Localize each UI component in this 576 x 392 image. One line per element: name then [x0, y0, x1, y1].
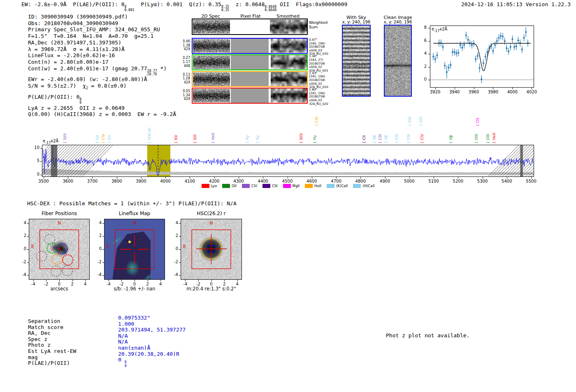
- inset-ytick-label: 2: [415, 64, 427, 69]
- spectral-line-marker: { OIII: [419, 116, 423, 126]
- text-segment: OII Flags:0x00000009: [276, 1, 347, 7]
- cutout-ytick-label: 2: [14, 233, 26, 238]
- clean-image-subtitle: x, y: 240, 196: [384, 20, 412, 24]
- spectral-line-marker: { CII: [362, 135, 367, 144]
- cutout-ytick-mark: [102, 223, 104, 224]
- legend-item: OII: [222, 184, 237, 188]
- spectrum-ytick-mark: [40, 175, 42, 175]
- sup-sub-stack: -17: [434, 30, 439, 37]
- spectrum-xtick-mark: [92, 177, 93, 179]
- spectral-line-marker: { OII: [107, 135, 112, 144]
- match-table-row-value: 1.000: [118, 321, 186, 327]
- photz-note: Phot z plot not available.: [386, 332, 470, 339]
- spectrum-xtick-label: 5300: [477, 179, 488, 183]
- compass-e-label: E: [183, 244, 186, 249]
- cutout-ytick-label: -2: [89, 260, 102, 264]
- spectrum-xtick-label: 5100: [428, 179, 439, 183]
- cutout-title: Lineflux Map: [119, 211, 150, 216]
- spectrum-xtick-mark: [507, 177, 507, 179]
- cutout-xtick-mark: [135, 280, 135, 281]
- compass-e-label: E: [31, 244, 34, 249]
- cutout-ytick-label: -4: [89, 272, 102, 277]
- match-table-values: 0.0975332"1.000203.971494, 51.397277N/AN…: [118, 315, 186, 368]
- inset-xtick-label: 3940: [449, 90, 460, 94]
- match-table-row-value: 0.0975332": [118, 315, 186, 321]
- sub-part: [434, 33, 439, 36]
- info-line: P(LAE)/P(OII): 000: [28, 94, 176, 105]
- spectral-line-marker: { CIII: [315, 117, 319, 126]
- text-segment: N/A: [118, 333, 128, 339]
- spectrum-xtick-label: 3900: [136, 179, 146, 183]
- text-segment: z: 0.0648: [229, 1, 265, 7]
- info-line: LyA z = 2.2655 OII z = 0.0649: [28, 105, 176, 111]
- text-segment: S/N = 9.5(±2.7) χ: [28, 83, 86, 89]
- inset-xtick-label: 4000: [507, 90, 518, 94]
- spec2d-row-smoothed-image: [271, 39, 307, 53]
- sub-part: 20.76: [147, 73, 157, 76]
- spectrum-xtick-label: 4900: [380, 179, 390, 183]
- spectral-line-marker: { Hβ: [384, 135, 388, 144]
- legend-swatch: [283, 184, 291, 188]
- spec2d-left-label: 0.27: [177, 56, 190, 60]
- cutout-xtick-mark: [121, 280, 122, 281]
- fiber-positions-image: [29, 219, 89, 279]
- spectral-line-marker: { (K)CaII: [147, 128, 152, 144]
- legend-label: CIII: [272, 184, 277, 188]
- spec2d-row-left-labels: 0.051.34429: [177, 89, 190, 101]
- compass-n-label: N: [58, 220, 61, 225]
- spec2d-row-left-labels: 0.271.17448: [177, 56, 190, 68]
- cutout-xtick-label: -4: [31, 282, 35, 286]
- weighted-sum-label-line2: Sum: [309, 25, 327, 30]
- spectral-line-marker: { NV: [174, 135, 179, 144]
- header-timestamp: 2024-12-16 11:05:13 Version 1.22.3: [461, 1, 571, 7]
- spec2d-row-2dspec-image: [193, 39, 230, 53]
- spectrum-xtick-mark: [263, 177, 263, 179]
- info-line: LineFlux = -2.20(±0.62)e-16: [28, 52, 176, 59]
- spectral-line-marker: { Hγ: [313, 135, 317, 144]
- inset-ytick-mark: [428, 67, 430, 67]
- match-table-row-label: Est LyA rest-EW: [28, 348, 76, 355]
- spectrum-xtick-label: 4600: [307, 179, 317, 183]
- cutout-ytick-label: 2: [89, 233, 102, 238]
- legend-label: (H)CaII: [362, 184, 374, 188]
- sub-part: 0.35: [221, 9, 229, 12]
- inset-ytick-label: 0: [415, 77, 427, 81]
- inset-ytick-mark: [428, 28, 430, 28]
- spec2d-row-pixelflat-image: [231, 88, 269, 103]
- cutout-ytick-mark: [179, 223, 181, 224]
- inset-unit-label: e-17 x2Å: [432, 27, 447, 37]
- weighted-sum-2dspec-image: [193, 20, 230, 34]
- spectrum-xtick-mark: [44, 177, 44, 179]
- spec2d-right-label: 324_RU_020: [309, 102, 328, 106]
- spectrum-ytick-label: 0: [28, 172, 39, 176]
- info-line: ID: 3090030949 (3090030949.pdf): [28, 14, 176, 20]
- spectrum-xtick-label: 4700: [331, 179, 341, 183]
- cutout-ytick-label: 4: [166, 220, 178, 225]
- cutout-ytick-label: 0: [166, 246, 178, 251]
- cutout-xtick-label: 4: [159, 282, 162, 286]
- spectral-line-marker: { OIII: [395, 134, 399, 144]
- inset-ytick-mark: [428, 54, 430, 54]
- spec2d-row-right-labels: 1.43"(241, 196)20180708v004_01324_RU_020: [309, 72, 328, 89]
- cutout-xtick-mark: [72, 280, 73, 281]
- spectrum-xtick-label: 3700: [87, 179, 98, 183]
- info-line: S/N = 9.5(±2.7) χ2 = 0.8(±0.0): [28, 83, 176, 94]
- spectrum-xtick-label: 3600: [63, 179, 73, 183]
- cutout-ytick-label: 0: [14, 246, 26, 251]
- text-segment: 203.971494, 51.397277: [118, 327, 186, 333]
- inset-ytick-mark: [428, 41, 430, 42]
- cutout-xtick-mark: [85, 280, 86, 281]
- spectral-line-marker: { OII: [95, 135, 100, 144]
- match-table-row-label: mag: [28, 355, 76, 361]
- spec2d-row-smoothed-image: [271, 88, 307, 102]
- sup-sub-stack: 20.7720.76: [147, 70, 157, 77]
- spec2d-left-label: 0.05: [177, 89, 190, 93]
- with-sky-subtitle: x, y: 240, 196: [342, 20, 371, 24]
- text-segment: x2Å: [439, 27, 447, 31]
- spec2d-row-2dspec-image: [193, 72, 230, 86]
- legend-label: MgII: [293, 184, 300, 188]
- spec2d-left-label: 1.38: [177, 44, 190, 48]
- text-segment: nan(±nan)Å: [118, 345, 150, 351]
- sup-sub-stack: -17: [45, 141, 51, 148]
- spec2d-row-smoothed-image: [271, 55, 307, 69]
